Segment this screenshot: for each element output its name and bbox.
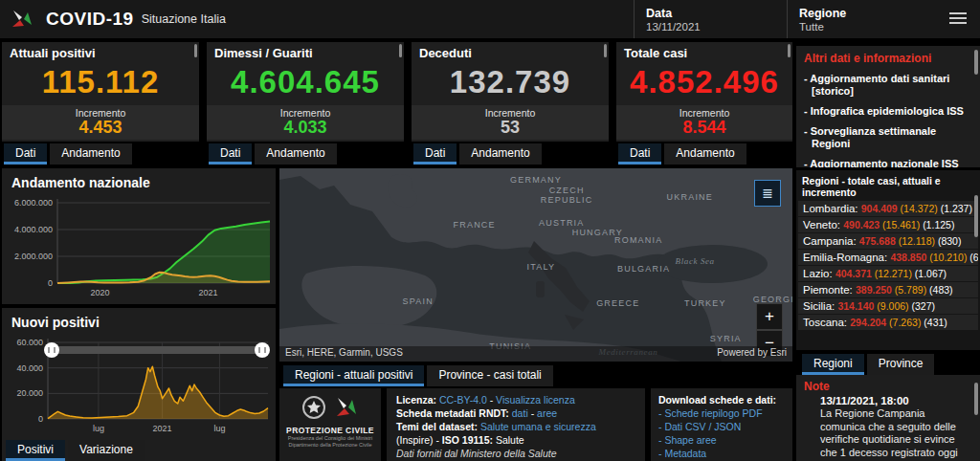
- map-tabs: Regioni - attuali positivi Province - ca…: [283, 365, 556, 386]
- stat-card-column: Totale casi4.852.496Incremento8.544DatiA…: [616, 42, 792, 165]
- map-zoom-in-button[interactable]: +: [756, 303, 783, 330]
- stat-card-value: 4.852.496: [616, 60, 792, 100]
- region-row[interactable]: Veneto: 490.423 (15.461) (1.125): [798, 217, 978, 232]
- metadata-line: Scheda metadati RNDT: dati - aree: [396, 406, 635, 420]
- region-incremento: (431): [924, 317, 947, 328]
- card-scrollbar[interactable]: [399, 44, 402, 57]
- increment-value: 53: [412, 119, 609, 137]
- tab-province-casi-totali[interactable]: Province - casi totali: [427, 365, 552, 386]
- card-scrollbar[interactable]: [788, 44, 791, 57]
- region-attuali: (12.118): [899, 235, 938, 247]
- stat-card-increment: Incremento4.033: [207, 105, 404, 140]
- tab-andamento[interactable]: Andamento: [664, 143, 746, 165]
- region-row[interactable]: Emilia-Romagna: 438.850 (10.210) (682): [798, 250, 978, 265]
- tab-regioni-attuali-positivi[interactable]: Regioni - attuali positivi: [283, 365, 424, 386]
- tab-dati[interactable]: Dati: [413, 143, 457, 165]
- stat-card: Dimessi / Guariti4.604.645Incremento4.03…: [207, 42, 404, 142]
- tab-dati[interactable]: Dati: [4, 143, 47, 165]
- download-link[interactable]: - Dati CSV / JSON: [658, 420, 785, 433]
- map-legend-button[interactable]: ≣: [754, 180, 781, 207]
- stat-card-tabs: DatiAndamento: [618, 143, 792, 165]
- tab-andamento[interactable]: Andamento: [255, 143, 336, 165]
- stat-card: Attuali positivi115.112Incremento4.453: [2, 42, 199, 142]
- tab-dati[interactable]: Dati: [209, 143, 252, 165]
- stat-card-increment: Incremento8.544: [616, 105, 792, 140]
- sidebar-info-link[interactable]: - Aggiornamento dati sanitari [storico]: [804, 73, 972, 98]
- time-range-slider[interactable]: [44, 342, 270, 358]
- map-country-label: GREECE: [596, 298, 639, 308]
- region-row[interactable]: Sicilia: 314.140 (9.006) (327): [798, 298, 978, 314]
- download-block: Download schede e dati: - Schede riepilo…: [651, 388, 792, 461]
- panel-andamento-nazionale: Andamento nazionale 02.000.0004.000.0006…: [2, 168, 276, 304]
- card-scrollbar[interactable]: [194, 44, 197, 57]
- hamburger-menu-icon[interactable]: [949, 12, 967, 27]
- regions-list-title: Regioni - totale casi, attuali e increme…: [796, 170, 980, 201]
- stat-cards-row: Attuali positivi115.112Incremento4.453Da…: [2, 42, 792, 165]
- europe-map[interactable]: GERMANYCZECH REPUBLICUKRAINEFRANCEAUSTRI…: [279, 168, 792, 362]
- regions-scrollbar[interactable]: [974, 195, 978, 237]
- card-scrollbar[interactable]: [604, 44, 607, 57]
- download-link[interactable]: - Metadata: [658, 447, 785, 460]
- map-country-label: TURKEY: [684, 298, 726, 308]
- stat-card-title: Dimessi / Guariti: [207, 42, 404, 60]
- license-view-link[interactable]: Visualizza licenza: [496, 394, 575, 406]
- region-row[interactable]: Lazio: 404.371 (12.271) (1.067): [798, 266, 978, 281]
- sidebar-info-link[interactable]: - Aggiornamento nazionale ISS: [804, 158, 972, 167]
- tab-regioni[interactable]: Regioni: [802, 354, 864, 375]
- metadata-dati-link[interactable]: dati: [512, 407, 528, 419]
- temi-link[interactable]: Salute umana e sicurezza: [480, 421, 596, 432]
- license-line: Licenza: CC-BY-4.0 - Visualizza licenza: [396, 393, 635, 406]
- region-row[interactable]: Campania: 475.688 (12.118) (830): [798, 233, 978, 249]
- region-row[interactable]: Lombardia: 904.409 (14.372) (1.237): [798, 201, 978, 216]
- region-incremento: (682): [969, 252, 978, 263]
- region-incremento: (1.125): [923, 219, 954, 230]
- info-scrollbar[interactable]: [974, 50, 978, 75]
- stat-card-value: 4.604.645: [207, 60, 404, 100]
- protezione-civile-emblem-icon: [334, 395, 359, 420]
- slider-handle-left[interactable]: [44, 342, 59, 358]
- svg-text:0: 0: [48, 278, 53, 288]
- note-scrollbar[interactable]: [974, 383, 978, 415]
- temi-line: Temi del dataset: Salute umana e sicurez…: [396, 420, 635, 447]
- panel-andamento-title: Andamento nazionale: [2, 168, 276, 190]
- license-link[interactable]: CC-BY-4.0: [439, 394, 487, 406]
- region-incremento: (327): [912, 300, 936, 312]
- svg-text:6.000.000: 6.000.000: [14, 198, 53, 208]
- slider-track[interactable]: [51, 346, 263, 354]
- footer-bar: PROTEZIONE CIVILE Presidenza del Consigl…: [279, 388, 792, 461]
- region-row[interactable]: Piemonte: 389.250 (5.789) (483): [798, 282, 978, 297]
- map-country-label: UKRAINE: [667, 192, 713, 202]
- app-subtitle: Situazione Italia: [142, 12, 226, 26]
- region-total-casi: 475.688: [859, 235, 899, 247]
- metadata-aree-link[interactable]: aree: [537, 407, 557, 419]
- region-name: Emilia-Romagna:: [803, 252, 890, 263]
- license-sep: -: [487, 394, 496, 406]
- sidebar-info-title: Altri dati e informazioni: [804, 52, 972, 65]
- slider-handle-right[interactable]: [255, 342, 270, 358]
- region-row[interactable]: Toscana: 294.204 (7.263) (431): [798, 315, 978, 330]
- download-link[interactable]: - Schede riepilogo PDF: [658, 406, 785, 420]
- stat-card-title: Deceduti: [412, 42, 609, 60]
- tab-dati[interactable]: Dati: [618, 143, 661, 165]
- stat-card-increment: Incremento53: [412, 105, 609, 140]
- region-filter[interactable]: Regione Tutte: [787, 0, 943, 38]
- tab-province[interactable]: Province: [867, 354, 935, 375]
- region-total-casi: 404.371: [835, 268, 875, 279]
- download-link[interactable]: - Shape aree: [658, 433, 785, 447]
- sidebar-info-link[interactable]: - Sorveglianza settimanale Regioni: [804, 125, 972, 150]
- region-total-casi: 490.423: [843, 219, 882, 230]
- tab-variazione[interactable]: Variazione: [68, 440, 145, 461]
- note-text: La Regione Campania comunica che a segui…: [820, 407, 970, 461]
- sidebar-info-link[interactable]: - Infografica epidemiologica ISS: [804, 105, 972, 118]
- region-attuali: (10.210): [929, 252, 969, 263]
- sidebar-info-links: - Aggiornamento dati sanitari [storico]-…: [804, 73, 972, 167]
- tab-positivi[interactable]: Positivi: [6, 440, 65, 461]
- temi-label: Temi del dataset:: [396, 421, 478, 432]
- svg-text:2021: 2021: [199, 288, 218, 297]
- date-filter[interactable]: Data 13/11/2021: [634, 0, 799, 38]
- regions-list: Lombardia: 904.409 (14.372) (1.237)Venet…: [796, 201, 980, 330]
- tab-andamento[interactable]: Andamento: [50, 143, 131, 165]
- svg-text:0: 0: [38, 414, 43, 424]
- increment-value: 4.033: [207, 119, 404, 137]
- tab-andamento[interactable]: Andamento: [459, 143, 541, 165]
